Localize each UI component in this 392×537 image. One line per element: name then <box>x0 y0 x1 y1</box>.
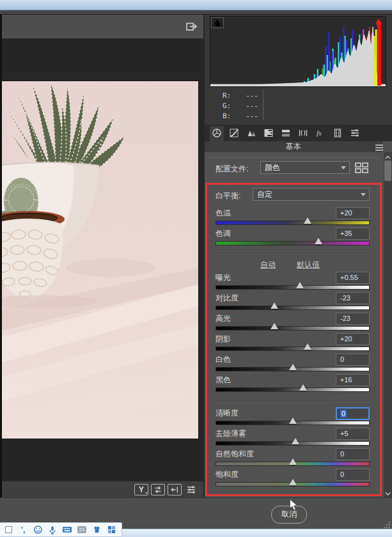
toggle-fullscreen-icon[interactable] <box>184 20 198 33</box>
caret-down-icon <box>145 492 147 494</box>
white-balance-sliders: 色温+20色调+35 <box>216 207 370 247</box>
before-after-view-button[interactable]: Y <box>134 484 148 495</box>
slider-row-blacks: 黑色+16 <box>216 374 370 393</box>
ime-voice-icon[interactable] <box>47 525 58 535</box>
group-divider <box>216 253 370 254</box>
highlight-clipping-warning-icon[interactable] <box>373 17 386 28</box>
slider-track-exposure[interactable] <box>216 285 370 290</box>
ime-mode-icon[interactable] <box>3 525 13 535</box>
default-link[interactable]: 默认值 <box>297 260 320 270</box>
white-balance-label: 白平衡: <box>216 191 240 201</box>
ime-mode-icon <box>5 526 12 533</box>
slider-value-dehaze[interactable]: +5 <box>336 428 370 440</box>
slider-value-blacks[interactable]: +16 <box>336 374 370 386</box>
preview-preferences-icon[interactable] <box>184 484 198 495</box>
ime-punctuation-icon[interactable]: ’, <box>18 525 28 535</box>
slider-handle-shadows[interactable] <box>304 343 311 350</box>
tool-tab-split-toning-icon[interactable] <box>279 126 293 140</box>
slider-track-tint[interactable] <box>216 241 370 245</box>
slider-handle-blacks[interactable] <box>299 384 307 391</box>
panel-scrollbar[interactable] <box>384 152 392 497</box>
slider-value-exposure[interactable]: +0.55 <box>336 272 370 284</box>
slider-handle-contrast[interactable] <box>270 302 278 309</box>
slider-handle-clarity[interactable] <box>289 417 297 424</box>
slider-track-contrast[interactable] <box>216 306 370 310</box>
tool-tab-presets-icon[interactable] <box>348 126 362 140</box>
slider-value-clarity[interactable]: 0 <box>336 407 370 420</box>
tool-tab-tone-curve-icon[interactable] <box>227 126 241 140</box>
resize-grip[interactable] <box>382 520 391 529</box>
tool-tab-detail-icon[interactable] <box>244 126 258 140</box>
slider-value-vibrance[interactable]: 0 <box>336 448 370 460</box>
slider-value-whites[interactable]: 0 <box>336 354 370 366</box>
slider-track-temperature[interactable] <box>216 221 370 225</box>
ime-keyboard-icon[interactable] <box>62 525 72 535</box>
ime-toolbox-icon[interactable] <box>106 525 116 535</box>
slider-track-clarity[interactable] <box>216 421 370 425</box>
tool-tab-basic-icon[interactable] <box>210 126 224 140</box>
slider-handle-temperature[interactable] <box>304 217 311 224</box>
slider-track-shadows[interactable] <box>216 346 370 351</box>
scroll-down-icon[interactable] <box>384 488 392 496</box>
auto-link[interactable]: 自动 <box>260 260 276 270</box>
slider-track-blacks[interactable] <box>216 387 370 392</box>
slider-value-contrast[interactable]: -23 <box>336 292 370 304</box>
profile-select[interactable]: 颜色 <box>260 161 350 174</box>
channel-label: G: <box>223 101 235 111</box>
tool-tab-effects-icon[interactable]: fx <box>313 126 327 140</box>
chevron-down-icon <box>341 166 346 169</box>
slider-handle-whites[interactable] <box>289 364 297 370</box>
slider-track-whites[interactable] <box>216 367 370 371</box>
slider-handle-dehaze[interactable] <box>292 438 299 444</box>
slider-label-whites: 白色 <box>216 354 231 365</box>
slider-row-contrast: 对比度-23 <box>216 292 370 311</box>
profile-value: 颜色 <box>265 163 280 172</box>
slider-row-shadows: 阴影+20 <box>216 333 370 352</box>
slider-value-tint[interactable]: +35 <box>336 228 370 240</box>
tool-tab-camera-calibration-icon[interactable] <box>331 126 345 140</box>
scrollbar-thumb[interactable] <box>384 160 391 181</box>
preview-image[interactable] <box>2 81 198 439</box>
slider-value-shadows[interactable]: +20 <box>336 333 370 345</box>
ime-emoji-icon[interactable] <box>33 525 43 535</box>
dialog-top-edge <box>0 10 392 15</box>
scroll-up-icon[interactable] <box>384 152 392 160</box>
tool-tab-hsl-grayscale-icon[interactable] <box>262 126 276 140</box>
slider-value-temperature[interactable]: +20 <box>336 207 370 219</box>
panel-menu-icon[interactable] <box>375 143 384 150</box>
profile-browser-icon[interactable] <box>354 162 370 175</box>
slider-handle-highlights[interactable] <box>270 323 278 329</box>
rgb-readout: R:---G:---B:--- <box>205 88 392 124</box>
slider-label-highlights: 高光 <box>216 313 231 324</box>
copy-settings-button[interactable] <box>168 484 182 495</box>
ime-punctuation-icon: ’, <box>21 525 26 534</box>
white-balance-row: 白平衡: 自定 <box>216 188 370 205</box>
white-balance-select[interactable]: 自定 <box>253 188 370 201</box>
slider-handle-tint[interactable] <box>315 238 322 244</box>
rgb-row-b: B:--- <box>223 111 258 121</box>
slider-track-dehaze[interactable] <box>216 441 370 446</box>
tone-sliders: 曝光+0.55对比度-23高光-23阴影+20白色0黑色+16 <box>216 272 370 393</box>
tool-tab-lens-corrections-icon[interactable] <box>296 126 310 140</box>
ime-toolbar: ’,21 <box>0 522 122 537</box>
slider-track-vibrance[interactable] <box>216 462 370 466</box>
swap-before-after-button[interactable] <box>151 484 165 495</box>
shadow-clipping-warning-icon[interactable] <box>211 17 224 28</box>
slider-track-saturation[interactable] <box>216 482 370 486</box>
highlight-triangle-icon <box>375 19 382 24</box>
slider-value-saturation[interactable]: 0 <box>336 469 370 481</box>
slider-label-tint: 色调 <box>216 228 231 239</box>
slider-track-highlights[interactable] <box>216 326 370 331</box>
histogram[interactable] <box>210 16 386 87</box>
chevron-down-icon <box>361 193 366 196</box>
ime-skin-count-icon[interactable]: 21 <box>77 525 87 535</box>
presence-sliders: 清晰度0去除薄雾+5自然饱和度0饱和度0 <box>216 407 370 488</box>
slider-handle-saturation[interactable] <box>289 479 297 485</box>
slider-handle-exposure[interactable] <box>296 282 304 288</box>
slider-handle-vibrance[interactable] <box>289 458 297 465</box>
ime-skin-icon[interactable] <box>91 525 102 535</box>
slider-label-dehaze: 去除薄雾 <box>216 428 246 439</box>
slider-label-temperature: 色温 <box>216 208 231 219</box>
slider-label-blacks: 黑色 <box>216 375 231 385</box>
slider-value-highlights[interactable]: -23 <box>336 313 370 325</box>
